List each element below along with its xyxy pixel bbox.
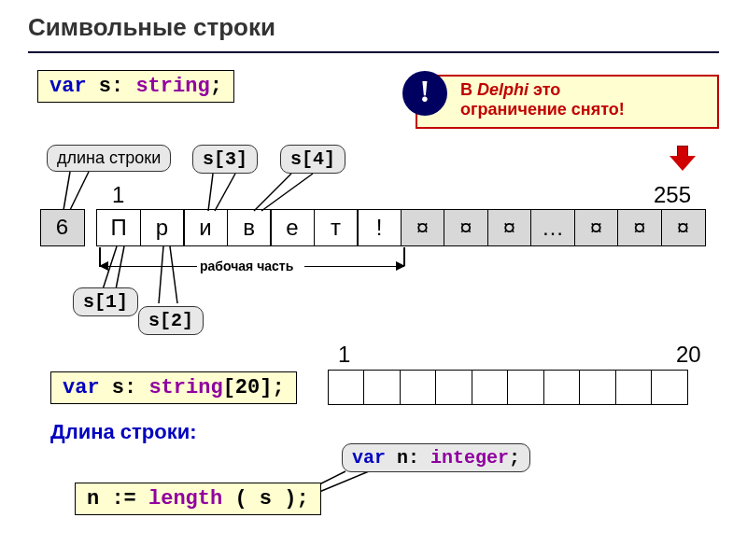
- callout-s2: s[2]: [138, 306, 204, 335]
- red-arrow-icon: [669, 146, 696, 171]
- cell: е: [270, 209, 315, 246]
- cell-pad: ¤: [487, 209, 532, 246]
- len-lhs: n :=: [87, 487, 148, 511]
- cell-dots: …: [530, 209, 575, 246]
- length-heading: Длина строки:: [50, 420, 197, 444]
- cell-pad: ¤: [444, 209, 488, 246]
- svg-line-8: [159, 246, 163, 303]
- svg-line-9: [170, 246, 177, 303]
- kw-string2: string: [148, 376, 222, 399]
- decl2-semi: ;: [272, 376, 284, 399]
- cell-pad: ¤: [617, 209, 662, 246]
- cell-pad: ¤: [661, 209, 706, 246]
- svg-line-4: [254, 174, 291, 211]
- note-prefix: В: [460, 80, 477, 99]
- svg-line-0: [63, 172, 70, 210]
- divider: [28, 51, 719, 53]
- decl2-mid: s:: [100, 376, 149, 399]
- exclamation-icon: !: [402, 71, 447, 116]
- note-line2: ограничение снято!: [460, 100, 625, 119]
- decl-semi: ;: [210, 75, 222, 98]
- svg-line-1: [70, 172, 89, 210]
- decl-string-box: var s: string;: [37, 70, 234, 103]
- index-1: 1: [112, 182, 124, 208]
- svg-line-2: [208, 174, 213, 211]
- cell-len: 6: [40, 209, 85, 246]
- cell: р: [140, 209, 185, 246]
- index-255: 255: [654, 182, 691, 208]
- note-em: Delphi: [477, 80, 529, 99]
- svg-line-5: [261, 174, 313, 211]
- note-suffix: это: [529, 80, 560, 99]
- cell-pad: ¤: [574, 209, 619, 246]
- string20-row: [329, 370, 688, 405]
- callout-length: длина строки: [47, 145, 171, 172]
- kw-string: string: [135, 75, 209, 98]
- kw-var3: var: [352, 447, 386, 469]
- bracket-left: [99, 266, 197, 267]
- cell-pad: ¤: [401, 209, 445, 246]
- cell: т: [314, 209, 359, 246]
- note-box: ! В Delphi это ограничение снято!: [416, 75, 719, 129]
- index20-20: 20: [676, 342, 701, 368]
- kw-var2: var: [63, 376, 100, 399]
- string-row: 6 П р и в е т ! ¤ ¤ ¤ … ¤ ¤ ¤: [41, 209, 706, 246]
- decl-string20-box: var s: string[20];: [50, 371, 297, 404]
- cell: П: [96, 209, 141, 246]
- kw-integer: integer: [430, 447, 509, 469]
- kw-var: var: [49, 75, 87, 98]
- svg-line-3: [215, 174, 235, 211]
- callout-s3: s[3]: [192, 145, 258, 174]
- bracket-right: [304, 266, 404, 267]
- working-part-label: рабочая часть: [200, 259, 293, 273]
- callout-s1: s[1]: [73, 287, 138, 316]
- callout-s4: s[4]: [280, 145, 345, 174]
- note-text: В Delphi это ограничение снято!: [455, 77, 717, 123]
- index20-1: 1: [338, 342, 350, 368]
- slide-title: Символьные строки: [28, 13, 719, 42]
- cell: и: [183, 209, 228, 246]
- cell: в: [227, 209, 272, 246]
- fn-length: length: [148, 487, 222, 511]
- decln-mid: n:: [386, 447, 430, 469]
- cell: !: [357, 209, 402, 246]
- len-args: ( s );: [222, 487, 308, 511]
- decl-n-box: var n: integer;: [342, 443, 530, 472]
- decln-semi: ;: [509, 447, 520, 469]
- decl2-size: [20]: [223, 376, 273, 399]
- decl-mid: s:: [87, 75, 136, 98]
- svg-line-7: [116, 246, 124, 289]
- length-expr-box: n := length ( s );: [75, 483, 321, 515]
